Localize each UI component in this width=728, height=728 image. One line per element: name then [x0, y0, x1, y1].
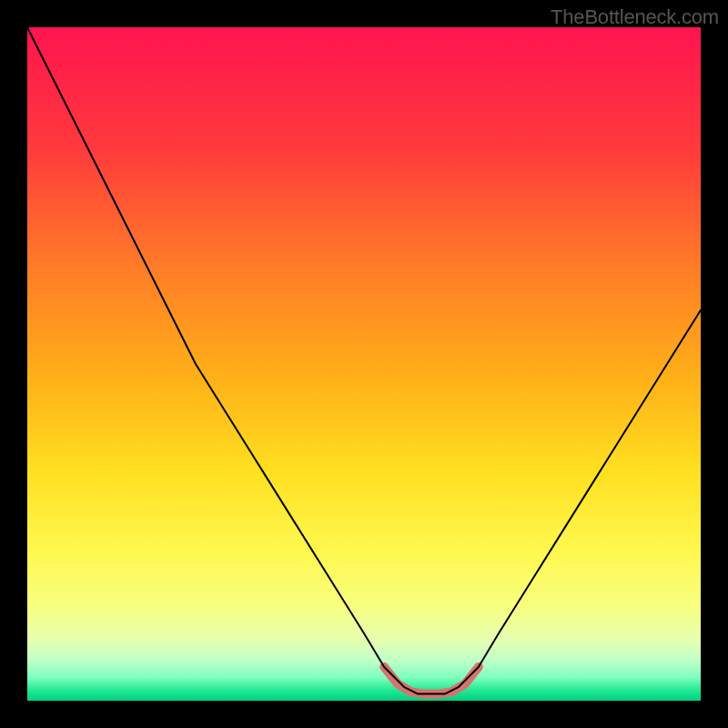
chart-stage: TheBottleneck.com: [0, 0, 728, 728]
plot-background: [27, 27, 701, 701]
watermark-text: TheBottleneck.com: [551, 5, 719, 29]
bottleneck-chart: [0, 0, 728, 728]
